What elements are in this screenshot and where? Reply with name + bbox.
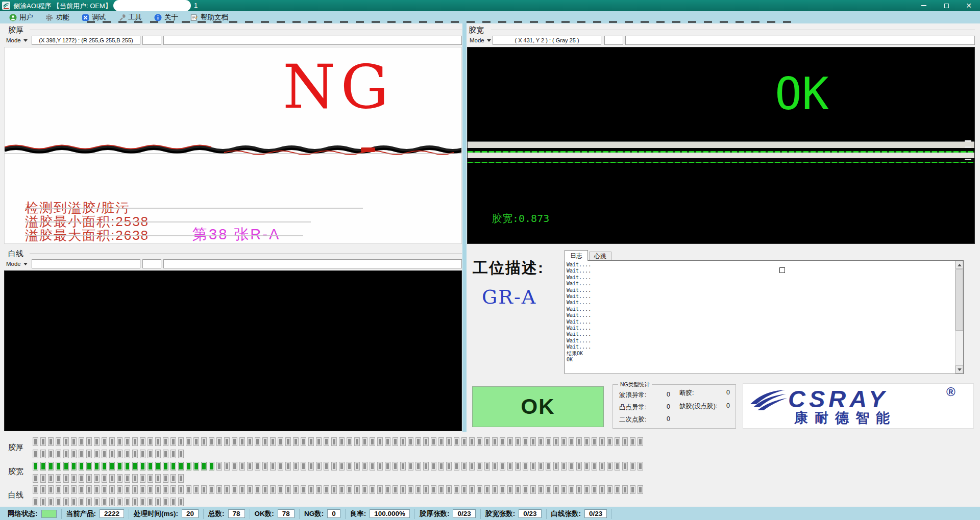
- maximize-button[interactable]: [935, 0, 958, 11]
- erased-text-line: [25, 235, 303, 236]
- white-line-mode-dropdown[interactable]: Mode: [4, 259, 30, 268]
- indicator-cell: [148, 498, 153, 506]
- indicator-cell: [362, 485, 368, 494]
- menu-item-user[interactable]: 用户: [4, 12, 38, 23]
- log-scrollbar[interactable]: [955, 261, 963, 374]
- indicator-cell: [339, 462, 345, 471]
- indicator-cell: [117, 498, 122, 506]
- close-button[interactable]: ✕: [958, 0, 980, 11]
- indicator-cell: [209, 437, 214, 446]
- stat-value-wave: 0: [667, 391, 670, 398]
- ng-stats-title: NG类型统计: [618, 381, 652, 388]
- indicator-cell: [576, 462, 582, 471]
- network-status-indicator: [41, 510, 57, 518]
- log-line: Wait....: [567, 281, 953, 287]
- indicator-cell: [324, 437, 329, 446]
- indicator-cell: [48, 474, 54, 483]
- log-line: Wait....: [567, 293, 953, 300]
- ng-stats-groupbox: NG类型统计 波浪异常: 0 凸点异常: 0 二次点胶: 0 断胶: 0 缺胶(…: [612, 384, 736, 429]
- indicator-cell: [48, 462, 54, 471]
- indicator-cell: [607, 462, 612, 471]
- window-title-suffix: 1: [194, 2, 198, 9]
- indicator-cell: [163, 498, 168, 506]
- overall-result-ok-button[interactable]: OK: [472, 386, 604, 427]
- indicator-cell: [132, 450, 138, 458]
- indicator-cell: [155, 450, 161, 458]
- indicator-cell: [33, 462, 38, 471]
- status-label: 胶厚张数:: [420, 509, 450, 518]
- glue-width-image-view[interactable]: OK 胶宽:0.873: [467, 47, 975, 244]
- csray-subtitle: 康耐德智能: [794, 410, 896, 426]
- indicator-cell: [63, 485, 69, 494]
- indicator-cell: [117, 462, 122, 471]
- indicator-cell: [79, 437, 84, 446]
- indicator-cell: [599, 437, 605, 446]
- minimize-button[interactable]: [913, 0, 935, 11]
- indicator-cell: [109, 450, 115, 458]
- indicator-cell: [48, 437, 54, 446]
- indicator-cell: [523, 437, 528, 446]
- indicator-cell: [94, 450, 100, 458]
- indicator-cell: [546, 437, 551, 446]
- indicator-cell: [239, 462, 245, 471]
- indicator-cell: [140, 474, 145, 483]
- minimize-icon: [921, 5, 926, 6]
- indicator-cell: [500, 485, 505, 494]
- indicator-cell: [415, 437, 421, 446]
- scroll-up-button[interactable]: [955, 261, 963, 269]
- menu-item-functions[interactable]: 功能: [40, 12, 75, 23]
- indicator-cell: [209, 485, 214, 494]
- glue-width-mode-dropdown[interactable]: Mode: [468, 36, 493, 45]
- log-line: Wait....: [567, 300, 953, 306]
- glue-thickness-image-view[interactable]: NG 检测到溢胶/脏污 溢胶最小面积:2538 溢胶最大面积:2638 第38 …: [4, 47, 462, 244]
- scrollbar-thumb[interactable]: [955, 269, 963, 331]
- indicator-cell: [308, 437, 314, 446]
- log-checkbox[interactable]: [779, 267, 785, 273]
- indicator-cell: [370, 462, 375, 471]
- scroll-down-button[interactable]: [955, 365, 963, 374]
- indicator-cell: [431, 462, 436, 471]
- indicator-cell: [615, 485, 620, 494]
- indicator-cell: [132, 498, 138, 506]
- indicator-cell: [125, 485, 130, 494]
- indicator-cell: [415, 485, 421, 494]
- log-line: 结果OK: [567, 351, 953, 357]
- indicator-cell: [285, 485, 291, 494]
- indicator-cell: [148, 485, 153, 494]
- glue-thickness-panel-title: 胶厚: [8, 26, 23, 35]
- indicator-cell: [615, 462, 620, 471]
- indicator-cell: [538, 462, 544, 471]
- network-status-label: 网络状态:: [8, 509, 38, 518]
- white-line-image-view[interactable]: [4, 270, 462, 431]
- indicator-cell: [507, 462, 513, 471]
- indicator-cell: [454, 485, 459, 494]
- window-title: 侧涂AOI程序 【当前用户: OEM】 编: [13, 2, 120, 11]
- indicator-cell: [232, 462, 237, 471]
- glue-thickness-mode-dropdown[interactable]: Mode: [4, 36, 30, 45]
- white-line-small-box: [142, 259, 161, 268]
- log-list[interactable]: Wait....Wait....Wait....Wait....Wait....…: [565, 260, 964, 374]
- tab-heartbeat[interactable]: 心跳: [589, 252, 611, 261]
- indicator-cell: [423, 437, 429, 446]
- indicator-cell: [385, 437, 390, 446]
- csray-swoosh-icon: [749, 389, 789, 414]
- indicator-cell: [178, 485, 184, 494]
- status-field: NG数:0: [300, 509, 346, 519]
- csray-brand-text: CSRAY: [788, 388, 888, 410]
- indicator-cell: [385, 485, 390, 494]
- indicator-cell: [446, 485, 452, 494]
- indicator-cell: [102, 437, 107, 446]
- indicator-cell: [94, 485, 100, 494]
- indicator-cell: [530, 462, 536, 471]
- indicator-cell: [63, 450, 69, 458]
- indicator-cell: [224, 437, 230, 446]
- indicator-cell: [125, 474, 130, 483]
- tab-log[interactable]: 日志: [565, 250, 588, 261]
- indicator-cell: [170, 485, 176, 494]
- menu-label: 用户: [19, 13, 33, 22]
- chevron-down-icon: [23, 263, 28, 265]
- indicator-cell: [553, 462, 559, 471]
- indicator-row: [33, 485, 643, 494]
- indicator-cell: [423, 462, 429, 471]
- indicator-cell: [79, 462, 84, 471]
